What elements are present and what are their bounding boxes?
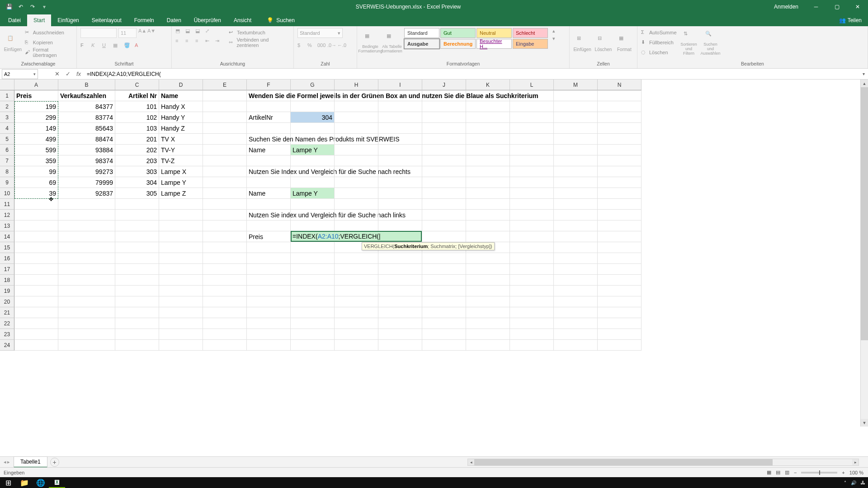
- cell-G5[interactable]: [291, 134, 335, 145]
- cell-E9[interactable]: [203, 177, 247, 188]
- cell-N24[interactable]: [598, 340, 642, 351]
- cell-F17[interactable]: [247, 264, 291, 275]
- format-cells-button[interactable]: ▦Format: [615, 28, 633, 59]
- cell-L10[interactable]: [510, 188, 554, 199]
- cell-F1[interactable]: Wenden Sie die Formel jeweils in der Grü…: [247, 90, 291, 101]
- cell-M7[interactable]: [554, 155, 598, 166]
- cell-K11[interactable]: [466, 199, 510, 210]
- cell-L21[interactable]: [510, 307, 554, 318]
- cell-B19[interactable]: [58, 286, 115, 296]
- cell-C7[interactable]: 203: [115, 155, 159, 166]
- cell-E8[interactable]: [203, 166, 247, 177]
- cell-F16[interactable]: [247, 253, 291, 264]
- cell-B4[interactable]: 85643: [58, 123, 115, 134]
- cell-C20[interactable]: [115, 296, 159, 307]
- tab-einfuegen[interactable]: Einfügen: [51, 14, 85, 26]
- cell-H10[interactable]: [335, 188, 378, 199]
- row-header-16[interactable]: 16: [0, 253, 14, 264]
- cell-H5[interactable]: [335, 134, 378, 145]
- add-sheet-button[interactable]: +: [50, 458, 59, 467]
- cell-C1[interactable]: Artikel Nr: [115, 90, 159, 101]
- cell-B6[interactable]: 93884: [58, 145, 115, 155]
- style-standard[interactable]: Standard: [404, 28, 439, 38]
- cell-F3[interactable]: ArtikelNr: [247, 112, 291, 123]
- cell-N18[interactable]: [598, 275, 642, 286]
- tray-expand-icon[interactable]: ˄: [844, 480, 846, 485]
- cell-D12[interactable]: [159, 210, 203, 221]
- tab-start[interactable]: Start: [27, 14, 51, 26]
- cell-B18[interactable]: [58, 275, 115, 286]
- cell-L17[interactable]: [510, 264, 554, 275]
- cell-M10[interactable]: [554, 188, 598, 199]
- row-header-4[interactable]: 4: [0, 123, 14, 134]
- align-center-icon[interactable]: ≡: [185, 38, 193, 45]
- underline-icon[interactable]: U: [102, 42, 109, 50]
- row-header-8[interactable]: 8: [0, 166, 14, 177]
- cell-J13[interactable]: [422, 221, 466, 231]
- taskbar-explorer-icon[interactable]: 📁: [16, 477, 33, 488]
- cell-G17[interactable]: [291, 264, 335, 275]
- cell-I7[interactable]: [378, 155, 422, 166]
- cell-I1[interactable]: [378, 90, 422, 101]
- align-top-icon[interactable]: ⬒: [175, 28, 183, 35]
- cell-J19[interactable]: [422, 286, 466, 296]
- cell-I4[interactable]: [378, 123, 422, 134]
- cell-G3[interactable]: 304: [291, 112, 335, 123]
- hscroll-thumb[interactable]: [474, 459, 773, 465]
- view-normal-icon[interactable]: ▦: [767, 469, 771, 475]
- cell-J20[interactable]: [422, 296, 466, 307]
- font-family-select[interactable]: [80, 28, 117, 38]
- cell-N13[interactable]: [598, 221, 642, 231]
- select-all-corner[interactable]: [0, 80, 14, 90]
- cell-N12[interactable]: [598, 210, 642, 221]
- cell-D24[interactable]: [159, 340, 203, 351]
- cell-I8[interactable]: [378, 166, 422, 177]
- cell-B2[interactable]: 84377: [58, 101, 115, 112]
- cell-B17[interactable]: [58, 264, 115, 275]
- row-header-20[interactable]: 20: [0, 296, 14, 307]
- cell-L24[interactable]: [510, 340, 554, 351]
- cell-E15[interactable]: [203, 242, 247, 253]
- cell-A2[interactable]: 199: [14, 101, 58, 112]
- ribbon-search[interactable]: 💡Suchen: [262, 14, 299, 26]
- tab-ueberpruefen[interactable]: Überprüfen: [188, 14, 227, 26]
- cell-H12[interactable]: [335, 210, 378, 221]
- cell-B9[interactable]: 79999: [58, 177, 115, 188]
- fill-button[interactable]: ⬇Füllbereich: [641, 38, 677, 47]
- close-icon[interactable]: ✕: [847, 0, 868, 14]
- cell-K10[interactable]: [466, 188, 510, 199]
- cell-K18[interactable]: [466, 275, 510, 286]
- cell-N6[interactable]: [598, 145, 642, 155]
- row-header-7[interactable]: 7: [0, 155, 14, 166]
- cell-M11[interactable]: [554, 199, 598, 210]
- cell-L23[interactable]: [510, 329, 554, 340]
- cell-B12[interactable]: [58, 210, 115, 221]
- name-box[interactable]: A2▾: [2, 69, 38, 79]
- cell-C18[interactable]: [115, 275, 159, 286]
- cell-F13[interactable]: [247, 221, 291, 231]
- cell-A6[interactable]: 599: [14, 145, 58, 155]
- cell-A4[interactable]: 149: [14, 123, 58, 134]
- cell-M19[interactable]: [554, 286, 598, 296]
- cell-F5[interactable]: Suchen Sie den Namen des Produkts mit SV…: [247, 134, 291, 145]
- cell-G8[interactable]: [291, 166, 335, 177]
- cell-K7[interactable]: [466, 155, 510, 166]
- spreadsheet-grid[interactable]: ABCDEFGHIJKLMN 1234567891011121314151617…: [0, 80, 868, 427]
- cell-N5[interactable]: [598, 134, 642, 145]
- column-header-E[interactable]: E: [203, 80, 247, 90]
- cell-J5[interactable]: [422, 134, 466, 145]
- cell-F10[interactable]: Name: [247, 188, 291, 199]
- style-schlecht[interactable]: Schlecht: [513, 28, 548, 38]
- cell-H18[interactable]: [335, 275, 378, 286]
- cell-D21[interactable]: [159, 307, 203, 318]
- decrease-font-icon[interactable]: A▼: [147, 28, 155, 35]
- column-header-L[interactable]: L: [510, 80, 554, 90]
- cell-F22[interactable]: [247, 318, 291, 329]
- cell-H8[interactable]: [335, 166, 378, 177]
- cell-A9[interactable]: 69: [14, 177, 58, 188]
- cell-M12[interactable]: [554, 210, 598, 221]
- cell-H3[interactable]: [335, 112, 378, 123]
- cancel-formula-icon[interactable]: ✕: [52, 69, 62, 79]
- cell-C17[interactable]: [115, 264, 159, 275]
- cell-K3[interactable]: [466, 112, 510, 123]
